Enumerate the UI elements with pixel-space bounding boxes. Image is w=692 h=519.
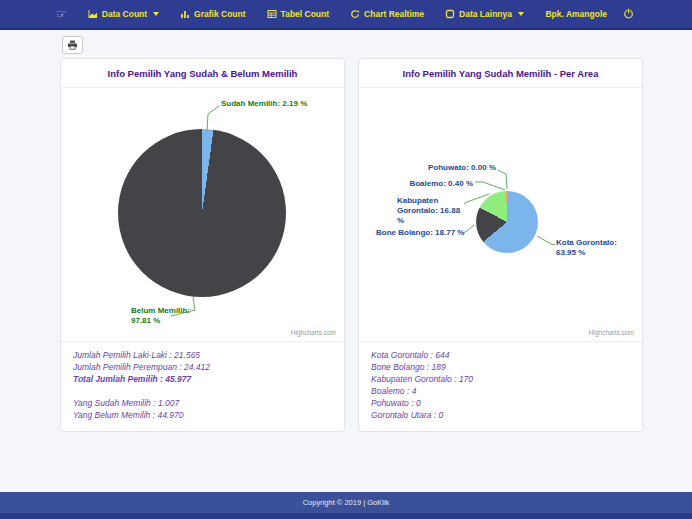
caret-down-icon xyxy=(153,12,159,16)
nav-item-chart-realtime[interactable]: Chart Realtime xyxy=(350,9,424,19)
printer-icon xyxy=(67,36,78,54)
slice-label-sudah: Sudah Memilih: 2.19 % xyxy=(221,99,307,109)
power-icon[interactable] xyxy=(623,5,634,23)
footer: Copyright © 2019 | GoKlik xyxy=(0,492,692,513)
stat-line: Boalemo : 4 xyxy=(371,385,630,397)
top-navbar: ☞ Data Count Grafik Count Tabel Count xyxy=(0,0,692,30)
stat-line: Jumlah Pemilih Perempuan : 24.412 xyxy=(73,361,332,373)
stat-line: Gorontalo Utara : 0 xyxy=(371,409,630,421)
nav-item-tabel-count[interactable]: Tabel Count xyxy=(267,9,329,19)
print-button[interactable] xyxy=(62,36,83,54)
nav-item-label: Grafik Count xyxy=(194,9,245,19)
stat-line: Jumlah Pemilih Laki-Laki : 21.565 xyxy=(73,349,332,361)
panel-title: Info Pemilih Yang Sudah Memilih - Per Ar… xyxy=(359,59,642,88)
copyright-text: Copyright © 2019 | GoKlik xyxy=(303,498,390,507)
nav-item-label: Tabel Count xyxy=(281,9,329,19)
highcharts-credit-link[interactable]: Highcharts.com xyxy=(589,329,634,336)
stat-line: Yang Belum Memilih : 44.970 xyxy=(73,409,332,421)
panel-per-area: Info Pemilih Yang Sudah Memilih - Per Ar… xyxy=(358,58,643,432)
refresh-icon xyxy=(350,9,360,19)
user-name[interactable]: Bpk. Amangole xyxy=(545,9,607,19)
stat-line-total: Total Jumlah Pemilih : 45.977 xyxy=(73,373,332,385)
panel-title: Info Pemilih Yang Sudah & Belum Memilih xyxy=(61,59,344,88)
nav-item-grafik-count[interactable]: Grafik Count xyxy=(180,9,245,19)
pie-chart-per-area: Pohuwato: 0.00 % Boalemo: 0.40 % Kabupat… xyxy=(359,88,642,342)
panel-sudah-belum: Info Pemilih Yang Sudah & Belum Memilih … xyxy=(60,58,345,432)
stat-line: Kabupaten Gorontalo : 170 xyxy=(371,373,630,385)
square-icon xyxy=(445,9,455,19)
area-chart-icon xyxy=(88,9,98,19)
slice-label-kabupaten-gorontalo: Kabupaten Gorontalo: 16.88 % xyxy=(397,196,463,226)
nav-item-data-count[interactable]: Data Count xyxy=(88,9,159,19)
stat-line: Pohuwato : 0 xyxy=(371,397,630,409)
pie-chart-sudah-belum: Sudah Memilih: 2.19 % Belum Memilih: 97.… xyxy=(61,88,344,342)
stat-line: Kota Gorontalo : 644 xyxy=(371,349,630,361)
stat-line: Yang Sudah Memilih : 1.007 xyxy=(73,397,332,409)
highcharts-credit-link[interactable]: Highcharts.com xyxy=(291,329,336,336)
slice-label-belum: Belum Memilih: 97.81 % xyxy=(131,306,190,326)
caret-down-icon xyxy=(518,12,524,16)
slice-label-kota-gorontalo: Kota Gorontalo: 63.95 % xyxy=(556,238,617,258)
stats-sudah-belum: Jumlah Pemilih Laki-Laki : 21.565 Jumlah… xyxy=(61,342,344,428)
table-icon xyxy=(267,9,277,19)
bar-chart-icon xyxy=(180,9,190,19)
slice-label-bone-bolango: Bone Bolango: 18.77 % xyxy=(376,228,464,238)
nav-item-label: Chart Realtime xyxy=(364,9,424,19)
label-connectors xyxy=(61,88,344,342)
footer-strip xyxy=(0,513,692,519)
stat-line: Bone Bolango : 189 xyxy=(371,361,630,373)
nav-item-label: Data Count xyxy=(102,9,147,19)
nav-item-data-lainnya[interactable]: Data Lainnya xyxy=(445,9,524,19)
stats-per-area: Kota Gorontalo : 644 Bone Bolango : 189 … xyxy=(359,342,642,428)
hand-pointer-icon[interactable]: ☞ xyxy=(56,8,67,20)
slice-label-pohuwato: Pohuwato: 0.00 % xyxy=(359,163,496,173)
slice-label-boalemo: Boalemo: 0.40 % xyxy=(359,179,473,189)
nav-item-label: Data Lainnya xyxy=(459,9,512,19)
